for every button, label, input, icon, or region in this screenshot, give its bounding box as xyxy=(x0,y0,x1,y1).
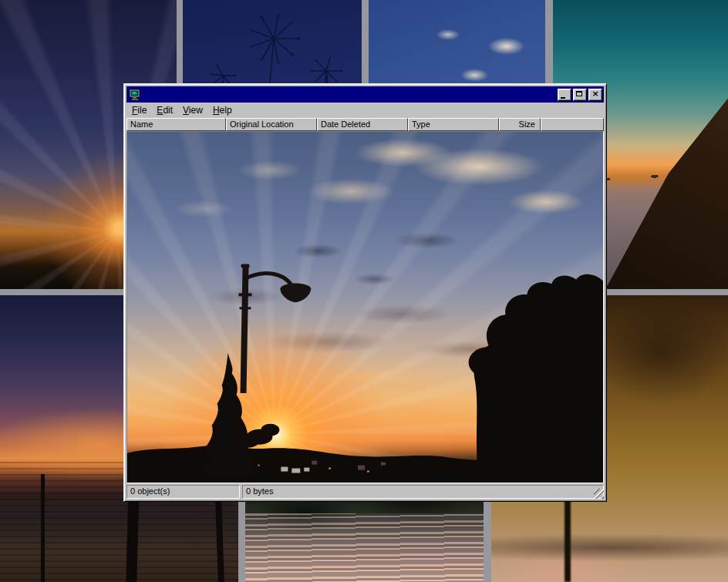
resize-grip[interactable] xyxy=(594,489,604,499)
column-header-size[interactable]: Size xyxy=(499,118,541,131)
status-byte-count: 0 bytes xyxy=(242,485,604,499)
menu-file[interactable]: File xyxy=(127,104,152,117)
column-header-row: Name Original Location Date Deleted Type… xyxy=(126,118,604,131)
column-header-name[interactable]: Name xyxy=(126,118,226,131)
minimize-button[interactable] xyxy=(558,89,571,101)
menu-help[interactable]: Help xyxy=(208,104,238,117)
tree-trunk-silhouette xyxy=(41,474,45,582)
column-header-date-deleted[interactable]: Date Deleted xyxy=(317,118,408,131)
close-icon: × xyxy=(589,89,602,99)
minimize-icon xyxy=(561,97,565,99)
menu-bar: File Edit View Help xyxy=(126,103,604,118)
column-header-original-location[interactable]: Original Location xyxy=(226,118,317,131)
file-list-area[interactable] xyxy=(126,131,604,483)
title-bar[interactable]: × xyxy=(126,86,604,103)
column-header-type[interactable]: Type xyxy=(408,118,499,131)
computer-window-icon[interactable] xyxy=(129,89,141,101)
menu-edit[interactable]: Edit xyxy=(152,104,178,117)
maximize-button[interactable] xyxy=(573,89,587,101)
sunset-photo-silhouettes xyxy=(127,132,603,483)
column-header-blank[interactable] xyxy=(541,118,604,131)
menu-view[interactable]: View xyxy=(178,104,208,117)
recycle-bin-window: × File Edit View Help Name Original Loca… xyxy=(123,83,607,502)
close-button[interactable]: × xyxy=(588,89,602,101)
status-object-count: 0 object(s) xyxy=(126,485,240,499)
maximize-icon xyxy=(576,91,582,96)
status-bar: 0 object(s) 0 bytes xyxy=(126,485,604,499)
